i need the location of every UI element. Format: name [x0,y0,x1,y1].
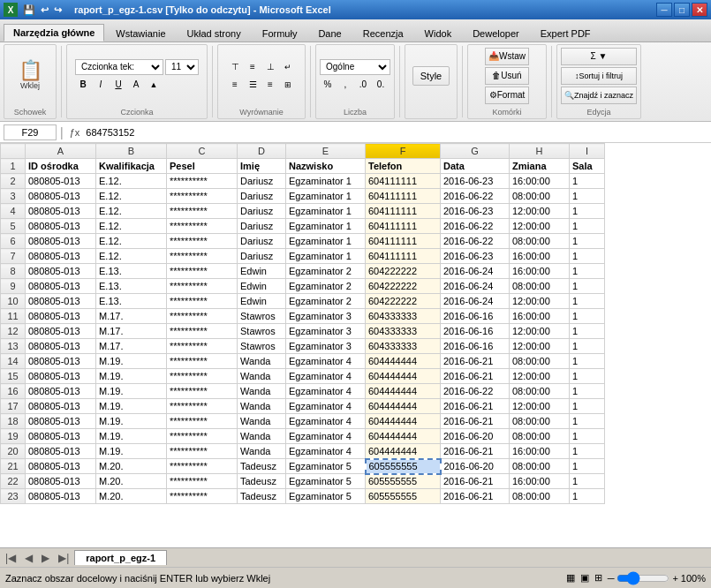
col-header-a[interactable]: A [26,144,96,159]
cell-g6[interactable]: 2016-06-22 [441,234,510,249]
cell-h4[interactable]: 12:00:00 [510,204,570,219]
cell-a15[interactable]: 080805-013 [26,369,96,384]
cell-b7[interactable]: E.12. [96,249,167,264]
close-button[interactable]: ✕ [692,3,707,17]
cell-g8[interactable]: 2016-06-24 [441,264,510,279]
cell-i10[interactable]: 1 [570,294,605,309]
cell-d22[interactable]: Tadeusz [238,474,286,489]
cell-d9[interactable]: Edwin [238,279,286,294]
cell-a1[interactable]: ID ośrodka [26,159,96,174]
row-num-18[interactable]: 18 [1,414,26,429]
cell-h12[interactable]: 12:00:00 [510,324,570,339]
cell-g11[interactable]: 2016-06-16 [441,309,510,324]
cell-h23[interactable]: 08:00:00 [510,489,570,504]
cell-b21[interactable]: M.20. [96,459,167,474]
cell-d11[interactable]: Stawros [238,309,286,324]
tab-deweloper[interactable]: Deweloper [463,25,529,41]
cell-g1[interactable]: Data [441,159,510,174]
wklej-button[interactable]: 📋 Wklej [13,58,48,93]
cell-f16[interactable]: 604444444 [366,384,441,399]
cell-i5[interactable]: 1 [570,219,605,234]
row-num-17[interactable]: 17 [1,399,26,414]
cell-b20[interactable]: M.19. [96,444,167,459]
cell-f6[interactable]: 604111111 [366,234,441,249]
cell-f23[interactable]: 605555555 [366,489,441,504]
tab-wstawianie[interactable]: Wstawianie [106,25,175,41]
underline-button[interactable]: U [110,77,126,93]
redo-button[interactable]: ↪ [52,4,64,16]
col-header-d[interactable]: D [238,144,286,159]
cell-i1[interactable]: Sala [570,159,605,174]
formula-input[interactable] [86,124,707,140]
cell-d18[interactable]: Wanda [238,414,286,429]
align-top-button[interactable]: ⊤ [227,59,243,75]
cell-f21[interactable]: 605555555 [366,459,441,474]
cell-i17[interactable]: 1 [570,399,605,414]
cell-i8[interactable]: 1 [570,264,605,279]
cell-h2[interactable]: 16:00:00 [510,174,570,189]
cell-c5[interactable]: ********** [167,219,238,234]
cell-e1[interactable]: Nazwisko [286,159,366,174]
cell-g5[interactable]: 2016-06-22 [441,219,510,234]
cell-f9[interactable]: 604222222 [366,279,441,294]
cell-g4[interactable]: 2016-06-23 [441,204,510,219]
cell-reference-input[interactable] [4,124,57,140]
cell-e18[interactable]: Egzaminator 4 [286,414,366,429]
font-name-select[interactable]: Czcionka tek: [75,59,163,75]
cell-i3[interactable]: 1 [570,189,605,204]
cell-f4[interactable]: 604111111 [366,204,441,219]
cell-e14[interactable]: Egzaminator 4 [286,354,366,369]
cell-f17[interactable]: 604444444 [366,399,441,414]
cell-d12[interactable]: Stawros [238,324,286,339]
row-num-22[interactable]: 22 [1,474,26,489]
cell-c23[interactable]: ********** [167,489,238,504]
cell-a17[interactable]: 080805-013 [26,399,96,414]
row-num-15[interactable]: 15 [1,369,26,384]
italic-button[interactable]: I [93,77,109,93]
cell-h1[interactable]: Zmiana [510,159,570,174]
cell-b8[interactable]: E.13. [96,264,167,279]
cell-a21[interactable]: 080805-013 [26,459,96,474]
cell-e5[interactable]: Egzaminator 1 [286,219,366,234]
cell-b5[interactable]: E.12. [96,219,167,234]
tab-recenzja[interactable]: Recenzja [353,25,413,41]
col-header-c[interactable]: C [167,144,238,159]
cell-d13[interactable]: Stawros [238,339,286,354]
save-button[interactable]: 💾 [21,4,37,16]
cell-c3[interactable]: ********** [167,189,238,204]
cell-i12[interactable]: 1 [570,324,605,339]
align-right-button[interactable]: ≡ [262,77,278,93]
row-num-21[interactable]: 21 [1,459,26,474]
function-wizard-button[interactable]: ƒx [67,127,83,138]
cell-g3[interactable]: 2016-06-22 [441,189,510,204]
cell-h18[interactable]: 08:00:00 [510,414,570,429]
cell-e11[interactable]: Egzaminator 3 [286,309,366,324]
cell-i9[interactable]: 1 [570,279,605,294]
minimize-button[interactable]: ─ [656,3,672,17]
cell-i14[interactable]: 1 [570,354,605,369]
cell-e10[interactable]: Egzaminator 2 [286,294,366,309]
cell-e9[interactable]: Egzaminator 2 [286,279,366,294]
tab-expert-pdf[interactable]: Expert PDF [531,25,601,41]
cell-h14[interactable]: 08:00:00 [510,354,570,369]
col-header-e[interactable]: E [286,144,366,159]
format-button[interactable]: ⚙ Format [485,87,529,104]
cell-b13[interactable]: M.17. [96,339,167,354]
cell-f20[interactable]: 604444444 [366,444,441,459]
cell-c7[interactable]: ********** [167,249,238,264]
sheet-nav-first[interactable]: |◀ [2,552,19,564]
cell-e19[interactable]: Egzaminator 4 [286,429,366,444]
cell-h22[interactable]: 16:00:00 [510,474,570,489]
cell-e4[interactable]: Egzaminator 1 [286,204,366,219]
cell-c20[interactable]: ********** [167,444,238,459]
cell-d8[interactable]: Edwin [238,264,286,279]
row-num-10[interactable]: 10 [1,294,26,309]
cell-h20[interactable]: 16:00:00 [510,444,570,459]
cell-i22[interactable]: 1 [570,474,605,489]
cell-e12[interactable]: Egzaminator 3 [286,324,366,339]
cell-f2[interactable]: 604111111 [366,174,441,189]
cell-c6[interactable]: ********** [167,234,238,249]
cell-h3[interactable]: 08:00:00 [510,189,570,204]
page-layout-button[interactable]: ▣ [580,572,589,584]
cell-i23[interactable]: 1 [570,489,605,504]
